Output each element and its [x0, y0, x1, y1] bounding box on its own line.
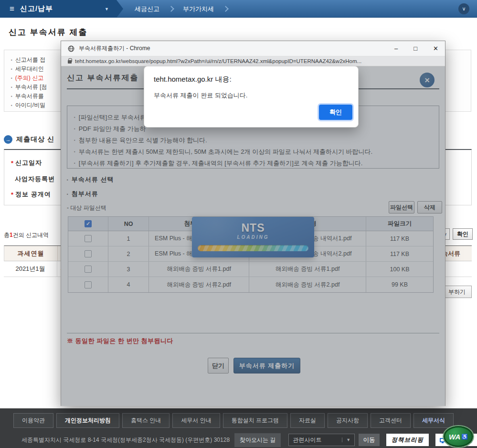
- related-sites-select[interactable]: 관련사이트 ▼: [288, 434, 355, 446]
- alert-message: 부속서류 제출이 완료 되었습니다.: [154, 91, 247, 100]
- popup-urlbar: teht.hometax.go.kr/websquare/popup.html?…: [61, 56, 445, 66]
- minimize-icon[interactable]: –: [394, 45, 398, 52]
- report-count-summary: 총1건의 신고내역: [4, 231, 49, 239]
- directions-button[interactable]: 찾아오시는 길: [234, 433, 281, 447]
- chevron-separator-icon: [168, 6, 174, 12]
- alert-title: teht.hometax.go.kr 내용:: [154, 75, 232, 84]
- footer: 이용약관 개인정보처리방침 홈택스 안내 세무서 안내 통합설치 프로그램 자료…: [0, 408, 477, 448]
- breadcrumb-tax-report[interactable]: 세금신고: [135, 5, 159, 13]
- alert-ok-button[interactable]: 확인: [319, 105, 352, 120]
- footer-link-customer-center[interactable]: 고객센터: [371, 413, 411, 428]
- lock-icon: [68, 60, 72, 64]
- nav-menu-label: 신고/납부: [20, 4, 53, 13]
- confirm-button[interactable]: 확인: [453, 228, 473, 240]
- footer-link-resources[interactable]: 자료실: [290, 413, 325, 428]
- window-controls: – □ ✕: [394, 45, 438, 52]
- footer-link-install-program[interactable]: 통합설치 프로그램: [223, 413, 287, 428]
- footer-bottom-bar: 세종특별자치시 국세청로 8-14 국세청(정부세종2청사 국세청동) (우편번…: [0, 432, 477, 448]
- form-row-business-number: 사업자등록번: [15, 175, 55, 183]
- go-button[interactable]: 이동: [359, 434, 380, 446]
- footer-link-terms[interactable]: 이용약관: [13, 413, 53, 428]
- footer-link-hometax-guide[interactable]: 홈택스 안내: [122, 413, 170, 428]
- column-tax-period: 과세연월: [4, 246, 58, 261]
- count-badge: 1: [10, 232, 13, 238]
- form-row-info-disclosure: * 정보 공개여: [11, 190, 51, 199]
- chevron-down-icon: ∨: [462, 6, 466, 12]
- url-text: teht.hometax.go.kr/websquare/popup.html?…: [75, 58, 361, 64]
- tax-period-cell: 2021년1월: [4, 261, 57, 277]
- policy-briefing-button[interactable]: 정책브리핑: [386, 434, 429, 446]
- footer-link-taxoffice-guide[interactable]: 세무서 안내: [172, 413, 220, 428]
- form-row-report-date: * 신고일자: [11, 159, 42, 167]
- arrow-circle-icon: →: [4, 135, 12, 144]
- maximize-icon[interactable]: □: [413, 45, 417, 52]
- bullet-icon: ▪: [11, 92, 12, 101]
- select-caret-icon: ▼: [342, 437, 350, 442]
- footer-link-tax-forms[interactable]: 세무서식: [413, 413, 454, 428]
- close-icon[interactable]: ✕: [433, 45, 438, 52]
- section-header: → 제출대상 신: [4, 135, 54, 144]
- required-asterisk: *: [11, 160, 13, 167]
- popup-window: 부속서류제출하기 - Chrome – □ ✕ teht.hometax.go.…: [61, 41, 445, 406]
- wheelchair-icon: ♿: [461, 434, 468, 440]
- bullet-icon: ▪: [11, 55, 12, 64]
- bullet-icon: ▪: [11, 83, 12, 92]
- page-title: 신고 부속서류 제출: [9, 27, 87, 38]
- required-asterisk: *: [11, 191, 13, 198]
- globe-icon: [68, 45, 74, 52]
- footer-address: 세종특별자치시 국세청로 8-14 국세청(정부세종2청사 국세청동) (우편번…: [21, 436, 230, 444]
- popup-titlebar: 부속서류제출하기 - Chrome – □ ✕: [61, 41, 445, 56]
- top-navbar: ≡ 신고/납부 ▼ 세금신고 부가가치세 ∨: [0, 0, 477, 18]
- navbar-collapse-button[interactable]: ∨: [458, 3, 469, 14]
- breadcrumb-vat[interactable]: 부가가치세: [183, 5, 214, 13]
- bullet-icon: ▪: [11, 74, 12, 83]
- footer-link-privacy[interactable]: 개인정보처리방침: [56, 413, 119, 428]
- footer-link-notices[interactable]: 공지사항: [328, 413, 368, 428]
- chevron-separator-icon: [223, 6, 229, 12]
- dropdown-caret-icon: ▼: [105, 7, 109, 11]
- breadcrumb: 세금신고 부가가치세: [135, 0, 228, 18]
- bullet-icon: ▪: [11, 101, 12, 110]
- bullet-icon: ▪: [11, 64, 12, 74]
- attach-button[interactable]: 부하기: [442, 286, 472, 298]
- nav-menu[interactable]: ≡ 신고/납부 ▼: [0, 0, 123, 18]
- window-title: 부속서류제출하기 - Chrome: [79, 44, 150, 53]
- menu-icon: ≡: [10, 5, 14, 13]
- footer-links: 이용약관 개인정보처리방침 홈택스 안내 세무서 안내 통합설치 프로그램 자료…: [13, 413, 454, 428]
- browser-alert-dialog: teht.hometax.go.kr 내용: 부속서류 제출이 완료 되었습니다…: [144, 66, 359, 128]
- wa-certification-logo: WA ♿: [444, 426, 473, 447]
- section-title: 제출대상 신: [16, 135, 54, 144]
